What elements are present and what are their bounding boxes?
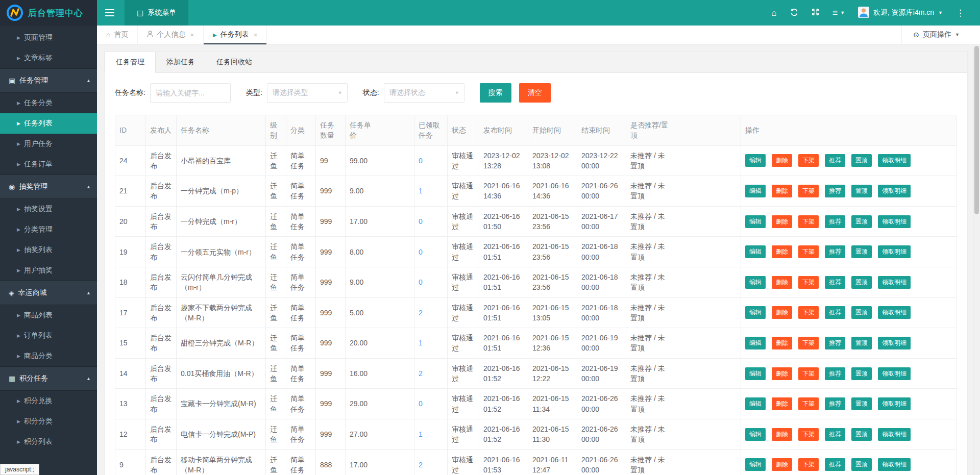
offline-button[interactable]: 下架 <box>798 337 819 349</box>
tab-profile[interactable]: 个人信息 × <box>138 26 204 44</box>
sidebar-section[interactable]: ◉抽奖管理▲ <box>0 174 97 199</box>
sidebar-section[interactable]: ▦积分任务▲ <box>0 366 97 391</box>
delete-button[interactable]: 删除 <box>772 397 792 410</box>
edit-button[interactable]: 编辑 <box>745 367 766 380</box>
subtab-task-recycle[interactable]: 任务回收站 <box>206 52 263 72</box>
status-select[interactable]: 请选择状态 ▼ <box>384 83 464 103</box>
offline-button[interactable]: 下架 <box>798 428 819 441</box>
page-operations-dropdown[interactable]: ⊙ 页面操作 ▼ <box>901 26 973 44</box>
claim-detail-button[interactable]: 领取明细 <box>878 185 911 197</box>
recommend-button[interactable]: 推荐 <box>825 245 845 258</box>
edit-button[interactable]: 编辑 <box>745 428 766 441</box>
sidebar-item[interactable]: ▶任务订单 <box>0 154 97 174</box>
vertical-scrollbar[interactable] <box>973 44 980 475</box>
claim-detail-button[interactable]: 领取明细 <box>878 428 911 441</box>
pin-top-button[interactable]: 置顶 <box>851 428 872 441</box>
sidebar-item[interactable]: ▶抽奖设置 <box>0 199 97 219</box>
claim-detail-button[interactable]: 领取明细 <box>878 367 911 380</box>
delete-button[interactable]: 删除 <box>772 337 792 349</box>
delete-button[interactable]: 删除 <box>772 245 792 258</box>
delete-button[interactable]: 删除 <box>772 458 792 471</box>
claimed-count-link[interactable]: 0 <box>419 157 423 165</box>
recommend-button[interactable]: 推荐 <box>825 215 845 228</box>
subtab-task-manage[interactable]: 任务管理 <box>105 52 156 73</box>
delete-button[interactable]: 删除 <box>772 215 792 228</box>
claimed-count-link[interactable]: 0 <box>419 217 423 226</box>
edit-button[interactable]: 编辑 <box>745 337 766 349</box>
recommend-button[interactable]: 推荐 <box>825 276 845 289</box>
sidebar-item[interactable]: ▶订单列表 <box>0 326 97 346</box>
tab-task-list[interactable]: ▶ 任务列表 × <box>204 26 267 44</box>
claimed-count-link[interactable]: 1 <box>419 339 423 347</box>
offline-button[interactable]: 下架 <box>798 397 819 410</box>
pin-top-button[interactable]: 置顶 <box>851 276 872 289</box>
pin-top-button[interactable]: 置顶 <box>851 185 872 197</box>
subtab-add-task[interactable]: 添加任务 <box>156 52 206 72</box>
type-select[interactable]: 请选择类型 ▼ <box>267 83 348 103</box>
offline-button[interactable]: 下架 <box>798 245 819 258</box>
recommend-button[interactable]: 推荐 <box>825 458 845 471</box>
sidebar-item[interactable]: ▶页面管理 <box>0 28 97 48</box>
edit-button[interactable]: 编辑 <box>745 215 766 228</box>
sidebar-item[interactable]: ▶商品列表 <box>0 305 97 326</box>
recommend-button[interactable]: 推荐 <box>825 306 845 319</box>
tab-system-menu[interactable]: ▤ 系统菜单 <box>125 0 188 26</box>
pin-top-button[interactable]: 置顶 <box>851 245 872 258</box>
close-icon[interactable]: × <box>190 31 194 39</box>
close-icon[interactable]: × <box>254 31 258 39</box>
claim-detail-button[interactable]: 领取明细 <box>878 397 911 410</box>
offline-button[interactable]: 下架 <box>798 458 819 471</box>
sidebar-item[interactable]: ▶积分兑换 <box>0 391 97 411</box>
claimed-count-link[interactable]: 2 <box>419 461 423 469</box>
sidebar-item-active[interactable]: ▶任务列表 <box>0 113 97 134</box>
pin-top-button[interactable]: 置顶 <box>851 367 872 380</box>
more-options-icon[interactable]: ⋮ <box>956 8 965 18</box>
recommend-button[interactable]: 推荐 <box>825 428 845 441</box>
layout-menu-icon[interactable]: ≡▼ <box>832 8 845 18</box>
edit-button[interactable]: 编辑 <box>745 276 766 289</box>
offline-button[interactable]: 下架 <box>798 306 819 319</box>
tab-home[interactable]: ⌂ 首页 <box>97 26 138 44</box>
delete-button[interactable]: 删除 <box>772 306 792 319</box>
clear-button[interactable]: 清空 <box>519 83 551 103</box>
scrollbar-thumb[interactable] <box>974 46 979 214</box>
claimed-count-link[interactable]: 1 <box>419 187 423 195</box>
edit-button[interactable]: 编辑 <box>745 245 766 258</box>
claim-detail-button[interactable]: 领取明细 <box>878 458 911 471</box>
recommend-button[interactable]: 推荐 <box>825 154 845 167</box>
search-button[interactable]: 搜索 <box>480 83 511 103</box>
claim-detail-button[interactable]: 领取明细 <box>878 245 911 258</box>
fullscreen-icon[interactable] <box>812 8 819 17</box>
edit-button[interactable]: 编辑 <box>745 154 766 167</box>
claimed-count-link[interactable]: 0 <box>419 278 423 286</box>
pin-top-button[interactable]: 置顶 <box>851 306 872 319</box>
sidebar-section[interactable]: ▣任务管理▲ <box>0 68 97 93</box>
claimed-count-link[interactable]: 1 <box>419 430 423 438</box>
delete-button[interactable]: 删除 <box>772 185 792 197</box>
claim-detail-button[interactable]: 领取明细 <box>878 154 911 167</box>
delete-button[interactable]: 删除 <box>772 276 792 289</box>
task-name-input[interactable] <box>150 83 231 103</box>
offline-button[interactable]: 下架 <box>798 367 819 380</box>
edit-button[interactable]: 编辑 <box>745 306 766 319</box>
edit-button[interactable]: 编辑 <box>745 185 766 197</box>
claimed-count-link[interactable]: 0 <box>419 248 423 256</box>
sidebar-item[interactable]: ▶积分分类 <box>0 411 97 432</box>
offline-button[interactable]: 下架 <box>798 215 819 228</box>
claimed-count-link[interactable]: 2 <box>419 309 423 317</box>
claim-detail-button[interactable]: 领取明细 <box>878 337 911 349</box>
sidebar-toggle-icon[interactable] <box>97 0 122 26</box>
recommend-button[interactable]: 推荐 <box>825 337 845 349</box>
pin-top-button[interactable]: 置顶 <box>851 215 872 228</box>
pin-top-button[interactable]: 置顶 <box>851 337 872 349</box>
sidebar-item[interactable]: ▶文章标签 <box>0 48 97 68</box>
claim-detail-button[interactable]: 领取明细 <box>878 215 911 228</box>
sidebar-item[interactable]: ▶分类管理 <box>0 219 97 240</box>
sidebar-item[interactable]: ▶用户任务 <box>0 134 97 154</box>
delete-button[interactable]: 删除 <box>772 428 792 441</box>
edit-button[interactable]: 编辑 <box>745 397 766 410</box>
offline-button[interactable]: 下架 <box>798 185 819 197</box>
sidebar-item[interactable]: ▶商品分类 <box>0 346 97 366</box>
delete-button[interactable]: 删除 <box>772 154 792 167</box>
user-menu[interactable]: 欢迎, 资源库i4m.cn ▼ <box>858 7 943 19</box>
